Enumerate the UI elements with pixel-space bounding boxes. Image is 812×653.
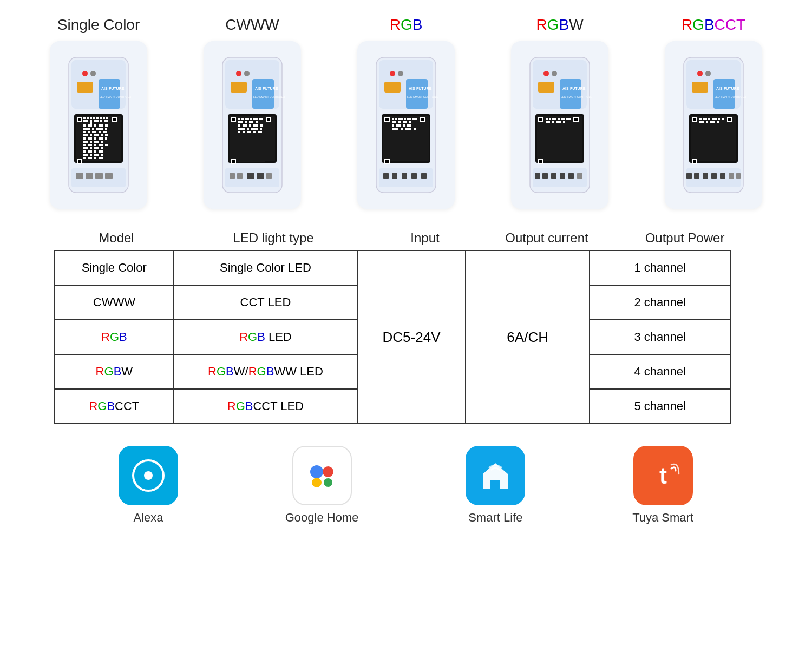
svg-rect-80	[86, 173, 93, 179]
device-image-cwww: AIS-FUTURE LED SMART CONTROLLER	[220, 55, 285, 195]
svg-rect-161	[401, 128, 403, 130]
product-rgb: RGB AIS-FUTURE LED SMART CONTROLLER	[352, 16, 460, 209]
svg-rect-38	[83, 131, 86, 133]
svg-rect-100	[238, 118, 240, 120]
power-cell-rgbcct: 5 channel	[590, 389, 730, 424]
svg-rect-71	[90, 154, 92, 156]
svg-rect-227	[710, 121, 715, 123]
svg-rect-165	[383, 173, 389, 179]
svg-rect-127	[247, 173, 254, 179]
svg-rect-148	[398, 118, 403, 120]
svg-rect-11	[78, 118, 81, 121]
svg-rect-34	[83, 128, 90, 130]
svg-rect-208	[713, 79, 735, 109]
svg-rect-101	[241, 118, 244, 120]
svg-rect-76	[94, 157, 96, 159]
svg-rect-53	[83, 141, 88, 143]
svg-rect-166	[392, 173, 397, 179]
device-image-rgbcct: AIS-FUTURE LED SMART CONTROLLER	[681, 55, 746, 195]
svg-rect-44	[90, 134, 92, 136]
svg-rect-102	[245, 118, 249, 120]
svg-rect-65	[101, 147, 103, 149]
svg-point-238	[144, 471, 153, 480]
svg-point-205	[697, 71, 703, 76]
svg-rect-18	[90, 117, 92, 119]
model-cell-single: Single Color	[55, 250, 174, 285]
svg-rect-167	[402, 173, 407, 179]
svg-rect-190	[561, 118, 565, 120]
alexa-label: Alexa	[133, 511, 163, 525]
svg-rect-199	[551, 173, 556, 179]
svg-rect-61	[105, 144, 108, 146]
svg-point-239	[310, 465, 323, 478]
svg-rect-175	[560, 79, 581, 109]
svg-rect-174	[538, 82, 554, 93]
svg-rect-28	[104, 120, 108, 122]
svg-rect-21	[100, 117, 102, 119]
svg-text:LED SMART CONTROLLER: LED SMART CONTROLLER	[715, 95, 746, 98]
svg-rect-128	[257, 173, 264, 179]
svg-rect-49	[88, 137, 92, 140]
svg-rect-233	[711, 173, 717, 179]
model-cell-rgbw: RGBW	[55, 354, 174, 389]
svg-rect-135	[406, 79, 428, 109]
svg-rect-123	[258, 131, 262, 133]
svg-rect-155	[409, 121, 411, 123]
svg-rect-63	[90, 147, 92, 149]
svg-point-3	[90, 71, 96, 76]
svg-rect-94	[232, 118, 235, 121]
svg-rect-66	[83, 150, 86, 153]
svg-rect-181	[539, 118, 542, 121]
svg-rect-73	[101, 154, 103, 156]
svg-rect-15	[78, 160, 81, 163]
svg-rect-98	[232, 160, 235, 163]
svg-rect-33	[105, 124, 108, 127]
svg-rect-111	[243, 124, 247, 127]
svg-rect-40	[92, 131, 96, 133]
svg-rect-183	[574, 118, 578, 121]
svg-rect-225	[699, 121, 704, 123]
svg-rect-50	[94, 137, 96, 140]
svg-rect-125	[230, 173, 235, 179]
svg-rect-20	[96, 117, 99, 119]
svg-rect-226	[706, 121, 708, 123]
svg-text:AIS-FUTURE: AIS-FUTURE	[409, 87, 432, 90]
tuya-app: t Tuya Smart	[632, 446, 693, 525]
alexa-app: Alexa	[119, 446, 178, 525]
svg-rect-231	[694, 173, 699, 179]
svg-rect-223	[718, 118, 720, 120]
svg-rect-147	[395, 118, 397, 120]
product-rgbw: RGBW AIS-FUTURE LED SMART CONTROLLER	[506, 16, 614, 209]
svg-text:LED SMART CONTROLLER: LED SMART CONTROLLER	[100, 95, 131, 98]
svg-text:AIS-FUTURE: AIS-FUTURE	[716, 87, 739, 90]
svg-rect-149	[404, 118, 406, 120]
model-cell-rgbcct: RGBCCT	[55, 389, 174, 424]
svg-rect-236	[736, 173, 741, 179]
product-title-single: Single Color	[57, 16, 140, 34]
svg-rect-57	[83, 144, 86, 146]
svg-rect-126	[237, 173, 243, 179]
svg-text:AIS-FUTURE: AIS-FUTURE	[255, 87, 278, 90]
app-icons-row: Alexa Google Home Smart Life	[22, 446, 790, 525]
svg-rect-160	[392, 128, 398, 130]
col-header-model: Model	[57, 230, 176, 246]
svg-rect-222	[712, 118, 717, 120]
svg-rect-26	[94, 120, 99, 122]
svg-rect-202	[577, 173, 582, 179]
svg-rect-27	[100, 120, 102, 122]
svg-rect-151	[412, 118, 417, 120]
svg-rect-81	[95, 173, 103, 179]
svg-rect-119	[238, 131, 240, 133]
svg-rect-79	[76, 173, 83, 179]
table-row: Single Color Single Color LED DC5-24V 6A…	[55, 250, 730, 285]
svg-rect-201	[568, 173, 574, 179]
svg-rect-113	[253, 124, 258, 127]
alexa-icon	[119, 446, 178, 505]
svg-rect-188	[552, 118, 556, 120]
input-cell: DC5-24V	[357, 250, 466, 424]
device-image-rgbw: AIS-FUTURE LED SMART CONTROLLER	[527, 55, 592, 195]
svg-rect-110	[238, 124, 240, 127]
product-rgbcct: RGBCCT AIS-FUTURE LED SMART CONTROLLER	[659, 16, 768, 209]
svg-rect-120	[243, 131, 245, 133]
svg-rect-191	[566, 118, 571, 120]
